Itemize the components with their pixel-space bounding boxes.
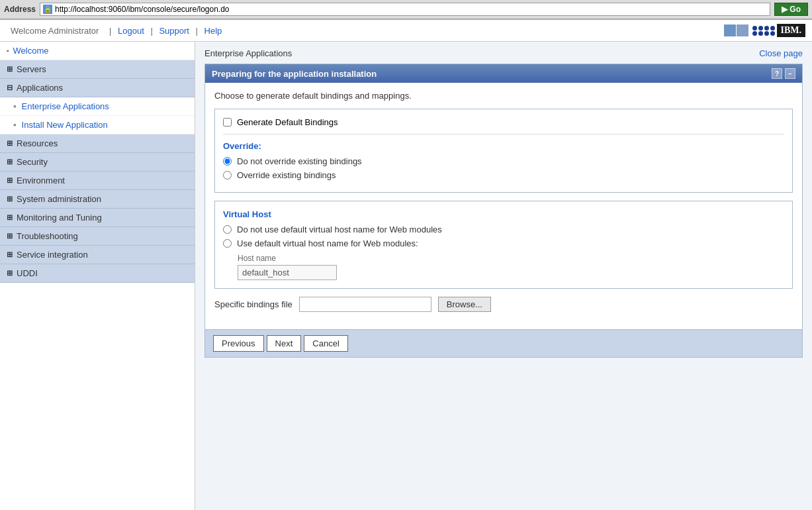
sidebar-item-install-new[interactable]: ▪ Install New Application: [0, 116, 195, 134]
sidebar-item-uddi[interactable]: ⊞ UDDI: [0, 264, 195, 283]
override-section: Override: Do not override existing bindi…: [223, 134, 784, 180]
sidebar-item-service-integration[interactable]: ⊞ Service integration: [0, 246, 195, 264]
host-name-label: Host name: [238, 254, 784, 263]
monitoring-expand-icon: ⊞: [7, 213, 13, 222]
welcome-admin-text: Welcome Administrator: [11, 26, 99, 36]
monitoring-label: Monitoring and Tuning: [17, 213, 102, 223]
close-page-link[interactable]: Close page: [759, 48, 803, 58]
security-expand-icon: ⊞: [7, 158, 13, 166]
welcome-label: Welcome: [13, 46, 49, 56]
welcome-bullet: ▪: [7, 47, 9, 54]
panel-help-button[interactable]: ?: [772, 68, 782, 79]
servers-expand-icon: ⊞: [7, 65, 13, 74]
use-default-vhost-radio[interactable]: [223, 239, 232, 248]
override-radio[interactable]: [223, 171, 232, 179]
sidebar-item-security[interactable]: ⊞ Security: [0, 153, 195, 172]
go-arrow: ▶: [782, 5, 788, 14]
ibm-tile-1: [724, 25, 736, 36]
panel-minimize-button[interactable]: −: [785, 68, 795, 79]
use-default-vhost-row: Use default virtual host name for Web mo…: [223, 238, 784, 248]
go-button[interactable]: ▶ Go: [774, 3, 808, 16]
servers-label: Servers: [17, 64, 46, 74]
resources-expand-icon: ⊞: [7, 139, 13, 148]
specific-bindings-input[interactable]: [299, 297, 431, 312]
sidebar-item-environment[interactable]: ⊞ Environment: [0, 172, 195, 190]
ibm-dot: [770, 26, 775, 30]
resources-label: Resources: [17, 138, 58, 148]
separator-3: |: [193, 26, 201, 36]
generate-bindings-label[interactable]: Generate Default Bindings: [237, 117, 338, 127]
no-default-vhost-radio[interactable]: [223, 225, 232, 234]
footer-buttons: Previous Next Cancel: [205, 329, 802, 357]
url-text: http://localhost:9060/ibm/console/secure…: [55, 5, 230, 14]
security-label: Security: [17, 157, 48, 167]
page-icon: 🔒: [43, 5, 52, 14]
ibm-dot: [764, 26, 769, 30]
ibm-tile-2: [737, 25, 748, 36]
override-section-label: Override:: [223, 141, 784, 151]
sidebar-item-applications[interactable]: ⊟ Applications: [0, 79, 195, 97]
system-admin-expand-icon: ⊞: [7, 195, 13, 203]
no-override-radio[interactable]: [223, 157, 232, 166]
panel-header: Preparing for the application installati…: [205, 64, 802, 83]
ibm-dot: [752, 31, 757, 36]
uddi-expand-icon: ⊞: [7, 269, 13, 278]
top-nav: Welcome Administrator | Logout | Support…: [0, 20, 812, 42]
page-header: Enterprise Applications Close page: [204, 48, 803, 58]
browser-chrome: Address 🔒 http://localhost:9060/ibm/cons…: [0, 0, 812, 20]
no-override-row: Do not override existing bindings: [223, 156, 784, 166]
previous-button[interactable]: Previous: [213, 335, 264, 352]
content-area: Enterprise Applications Close page Prepa…: [195, 42, 812, 510]
host-name-input[interactable]: [238, 265, 337, 280]
troubleshooting-label: Troubleshooting: [17, 231, 78, 241]
sidebar-item-system-admin[interactable]: ⊞ System administration: [0, 190, 195, 209]
ibm-dot: [758, 26, 763, 30]
panel-body: Choose to generate default bindings and …: [205, 83, 802, 329]
sidebar-item-troubleshooting[interactable]: ⊞ Troubleshooting: [0, 227, 195, 246]
main-layout: ▪ Welcome ⊞ Servers ⊟ Applications ▪ Ent…: [0, 42, 812, 510]
top-nav-left: Welcome Administrator | Logout | Support…: [7, 26, 222, 36]
no-default-vhost-label[interactable]: Do not use default virtual host name for…: [237, 225, 442, 234]
troubleshooting-expand-icon: ⊞: [7, 232, 13, 240]
applications-section: ⊟ Applications ▪ Enterprise Applications…: [0, 79, 195, 134]
bindings-box: Generate Default Bindings Override: Do n…: [214, 109, 793, 193]
sidebar-item-enterprise-apps[interactable]: ▪ Enterprise Applications: [0, 97, 195, 116]
sidebar-item-resources[interactable]: ⊞ Resources: [0, 134, 195, 153]
generate-bindings-checkbox[interactable]: [223, 118, 232, 127]
browse-button[interactable]: Browse...: [438, 297, 491, 312]
no-override-label[interactable]: Do not override existing bindings: [237, 156, 362, 166]
separator-2: |: [148, 26, 156, 36]
generate-bindings-row: Generate Default Bindings: [223, 117, 784, 127]
ibm-dot: [764, 31, 769, 36]
ibm-logo-text: IBM.: [777, 24, 806, 37]
help-link[interactable]: Help: [204, 26, 222, 36]
ibm-dots-grid: [752, 26, 776, 36]
main-panel: Preparing for the application installati…: [204, 64, 803, 358]
sidebar-item-welcome[interactable]: ▪ Welcome: [0, 42, 195, 60]
cancel-button[interactable]: Cancel: [304, 335, 347, 352]
sidebar-item-servers[interactable]: ⊞ Servers: [0, 60, 195, 79]
override-label[interactable]: Override existing bindings: [237, 170, 336, 180]
applications-expand-icon: ⊟: [7, 83, 13, 92]
address-input[interactable]: 🔒 http://localhost:9060/ibm/console/secu…: [40, 3, 770, 16]
section-description: Choose to generate default bindings and …: [214, 91, 793, 101]
sidebar-item-monitoring[interactable]: ⊞ Monitoring and Tuning: [0, 209, 195, 227]
ibm-dot: [752, 26, 757, 30]
address-label: Address: [4, 5, 36, 14]
ibm-dot: [770, 31, 775, 36]
page-breadcrumb: Enterprise Applications: [204, 48, 292, 58]
use-default-vhost-label[interactable]: Use default virtual host name for Web mo…: [237, 238, 418, 248]
next-button[interactable]: Next: [267, 335, 302, 352]
environment-label: Environment: [17, 176, 65, 185]
service-integration-expand-icon: ⊞: [7, 250, 13, 259]
virtual-host-section: Virtual Host Do not use default virtual …: [214, 201, 793, 289]
sidebar: ▪ Welcome ⊞ Servers ⊟ Applications ▪ Ent…: [0, 42, 195, 510]
logout-link[interactable]: Logout: [118, 26, 144, 36]
support-link[interactable]: Support: [159, 26, 189, 36]
environment-expand-icon: ⊞: [7, 176, 13, 185]
specific-bindings-label: Specific bindings file: [214, 299, 293, 309]
virtual-host-label: Virtual Host: [223, 209, 784, 219]
system-admin-label: System administration: [17, 194, 101, 204]
enterprise-bullet: ▪: [13, 101, 17, 111]
separator-1: |: [107, 26, 114, 36]
